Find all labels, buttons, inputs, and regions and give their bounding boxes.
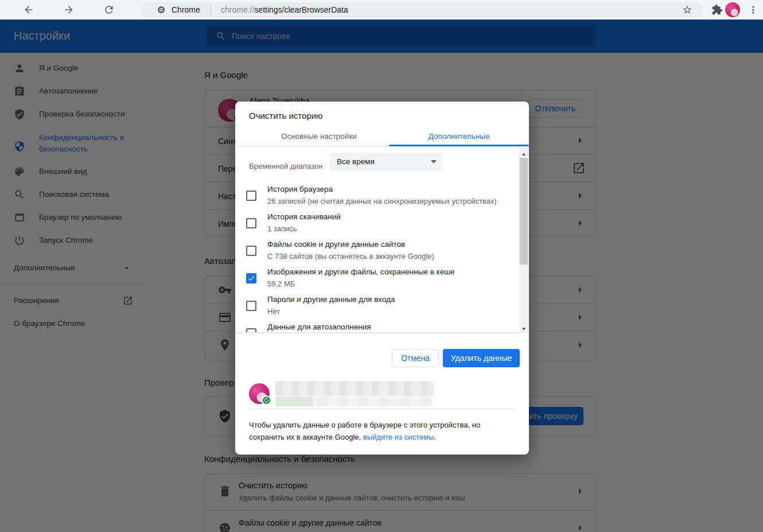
clear-browsing-data-dialog: Очистить историю Основные настройки Допо… [235,102,529,455]
checkbox[interactable] [246,328,256,333]
checkbox-title: Пароли и другие данные для входа [267,295,497,304]
omnibox-url[interactable]: chrome://settings/clearBrowserData [221,5,348,14]
checkbox-row-cookies[interactable]: Файлы cookie и другие данные сайтов С 73… [235,237,505,265]
checkbox-title: Файлы cookie и другие данные сайтов [267,240,497,248]
forward-icon[interactable] [63,4,75,15]
checkbox-subtitle: С 738 сайтов (вы останетесь в аккаунте G… [267,252,497,261]
time-range-value: Все время [337,157,375,166]
browser-profile-avatar[interactable] [725,2,740,17]
cancel-button[interactable]: Отмена [392,349,439,367]
omnibox-separator [211,5,211,14]
sign-out-note: Чтобы удалить данные о работе в браузере… [249,419,517,443]
blurred-account-name [275,381,434,396]
chrome-page-icon [157,5,166,14]
dialog-scroll-area: Временной диапазон Все время История бра… [235,146,529,333]
bookmark-star-icon[interactable] [682,5,692,15]
tab-basic[interactable]: Основные настройки [249,129,389,146]
dialog-scrollbar[interactable] [519,147,528,332]
checkbox[interactable] [246,218,256,228]
checkbox-row-cached-files[interactable]: Изображения и другие файлы, сохраненные … [235,265,505,292]
blurred-sync-status [275,397,313,406]
checkbox-subtitle: 1 запись [267,224,497,233]
scroll-up-icon[interactable] [521,149,527,155]
checkbox-row-autofill[interactable]: Данные для автозаполнения [235,320,505,333]
checkbox-subtitle: 59,2 МБ [267,279,497,288]
checkbox-title: История браузера [267,185,497,193]
checkbox-row-passwords[interactable]: Пароли и другие данные для входа Нет [235,292,505,320]
checkbox-row-browsing-history[interactable]: История браузера 26 записей (не считая д… [235,182,505,209]
screen: Chrome chrome://settings/clearBrowserDat… [0,0,763,532]
omnibox-site-label: Chrome [172,5,200,14]
sign-out-link[interactable]: выйдите из системы [363,433,434,441]
footer-divider [249,409,515,409]
checkbox-subtitle: Нет [267,307,497,316]
checkbox[interactable] [246,273,256,284]
browser-toolbar: Chrome chrome://settings/clearBrowserDat… [0,0,763,20]
extensions-puzzle-icon[interactable] [711,4,723,15]
time-range-select[interactable]: Все время [330,153,442,171]
scroll-down-icon[interactable] [521,324,527,329]
reload-icon[interactable] [103,4,115,15]
checkbox-subtitle: 26 записей (не считая данных на синхрони… [267,197,497,205]
checkbox-title: История скачиваний [267,212,497,221]
checkbox[interactable] [246,246,256,256]
back-icon[interactable] [23,4,34,15]
dialog-title: Очистить историю [249,111,322,121]
checkbox-title: Данные для автозаполнения [267,323,497,331]
tab-advanced[interactable]: Дополнительные [389,129,529,146]
checkbox[interactable] [246,301,256,311]
checkbox-row-download-history[interactable]: История скачиваний 1 запись [235,209,505,237]
time-range-label: Временной диапазон [249,162,322,170]
browser-menu-icon[interactable] [748,4,759,15]
checkbox[interactable] [246,191,256,201]
chevron-down-icon [431,160,437,164]
checkbox-title: Изображения и другие файлы, сохраненные … [267,267,497,276]
sync-badge-icon [262,395,271,405]
dialog-scrollbar-thumb[interactable] [520,158,528,265]
address-bar[interactable]: Chrome chrome://settings/clearBrowserDat… [141,2,703,17]
delete-data-button[interactable]: Удалить данные [443,349,520,367]
